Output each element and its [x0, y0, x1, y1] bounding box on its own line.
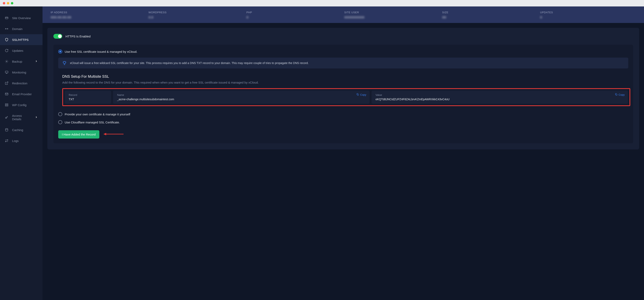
stat-updates: UPDATES X — [540, 11, 636, 19]
https-toggle[interactable] — [54, 34, 62, 39]
https-toggle-row: HTTPS Is Enabled — [54, 34, 633, 39]
copy-label: Copy — [618, 93, 625, 96]
sidebar-item-label: Updates — [12, 49, 23, 52]
sidebar-item-monitoring[interactable]: Monitoring — [0, 67, 42, 78]
dns-table-highlight: Record TXT Copy Name _acme-chall — [62, 88, 630, 106]
svg-point-7 — [6, 128, 8, 129]
stat-value: XXX.XX.XX.XX — [50, 15, 146, 19]
copy-value-button[interactable]: Copy — [615, 93, 625, 96]
stat-label: PHP — [246, 11, 342, 14]
sidebar-item-logs[interactable]: Logs — [0, 135, 42, 146]
info-text: xCloud will issue a free wildcard SSL ce… — [70, 61, 308, 65]
close-window-button[interactable] — [3, 2, 5, 4]
stat-label: SITE USER — [344, 11, 440, 14]
ssl-option-cloudflare[interactable]: Use Cloudflare managed SSL Certificate. — [58, 120, 628, 124]
stat-value: X — [540, 15, 636, 19]
chevron-right-icon — [35, 116, 38, 119]
dns-name-value: _acme-challenge.multisitesubdomaintest.c… — [117, 98, 366, 101]
stat-label: IP ADDRESS — [50, 11, 146, 14]
sidebar-item-redirection[interactable]: Redirection — [0, 78, 42, 89]
svg-marker-11 — [103, 133, 106, 135]
dns-record-cell: Record TXT — [65, 91, 111, 104]
shield-icon — [5, 38, 8, 41]
ssl-panel: HTTPS Is Enabled Use free SSL certificat… — [47, 28, 639, 149]
https-toggle-label: HTTPS Is Enabled — [66, 35, 90, 38]
copy-name-button[interactable]: Copy — [356, 93, 366, 96]
dns-value-cell: Copy Value eKQTd8JNCIdZUPZ4F8ZALbrvKZmEp… — [372, 91, 628, 104]
maximize-window-button[interactable] — [11, 2, 13, 4]
arrow-annotation-icon — [103, 132, 124, 137]
swap-horizontal-icon — [5, 139, 8, 143]
svg-rect-5 — [5, 105, 8, 106]
svg-point-1 — [6, 61, 7, 62]
svg-rect-2 — [5, 71, 8, 73]
ssl-option-free[interactable]: Use free SSL certificate issued & manage… — [58, 49, 628, 53]
dns-name-cell: Copy Name _acme-challenge.multisitesubdo… — [113, 91, 370, 104]
sidebar-item-label: Email Provider — [12, 92, 32, 96]
cache-icon — [5, 128, 8, 132]
stat-site-user: SITE USER XXXXXXXXXX — [344, 11, 440, 19]
radio-label: Use free SSL certificate issued & manage… — [65, 50, 137, 53]
dns-value-value: eKQTd8JNCIdZUPZ4F8ZALbrvKZmEpAWRXkkC43vC… — [376, 98, 624, 101]
stat-php: PHP X — [246, 11, 342, 19]
added-record-button[interactable]: I Have Added the Record — [58, 130, 99, 139]
copy-icon — [356, 93, 359, 96]
mail-icon — [5, 92, 8, 96]
external-link-icon — [5, 81, 8, 85]
stat-ip-address: IP ADDRESS XXX.XX.XX.XX — [50, 11, 146, 19]
stat-label: WORDPRESS — [148, 11, 244, 14]
dns-name-label: Name — [117, 93, 366, 96]
header-stats: IP ADDRESS XXX.XX.XX.XX WORDPRESS X.X PH… — [42, 6, 644, 23]
sidebar-item-label: Monitoring — [12, 71, 26, 74]
swap-icon — [5, 27, 8, 31]
lightbulb-icon — [62, 61, 67, 65]
ssl-options-section: Use free SSL certificate issued & manage… — [54, 45, 633, 143]
stat-value: X.X — [148, 15, 244, 19]
stat-value: XX — [442, 15, 538, 19]
sidebar-item-label: SSL/HTTPS — [12, 38, 28, 41]
chevron-right-icon — [35, 60, 38, 63]
radio-label: Use Cloudflare managed SSL Certificate. — [65, 121, 120, 124]
title-bar — [0, 0, 644, 6]
radio-button[interactable] — [58, 112, 62, 116]
copy-label: Copy — [360, 93, 366, 96]
refresh-icon — [5, 49, 8, 52]
dns-record-value: TXT — [69, 98, 107, 101]
sidebar-item-domain[interactable]: Domain — [0, 23, 42, 34]
sidebar-item-wp-config[interactable]: WP Config — [0, 99, 42, 110]
sidebar-item-access-details[interactable]: Access Details — [0, 110, 42, 124]
monitor-icon — [5, 70, 8, 74]
sidebar-item-backup[interactable]: Backup — [0, 56, 42, 67]
stat-value: X — [246, 15, 342, 19]
sidebar-item-label: Logs — [12, 139, 19, 143]
stat-wordpress: WORDPRESS X.X — [148, 11, 244, 19]
dns-table: Record TXT Copy Name _acme-chall — [65, 91, 628, 104]
sidebar-item-ssl-https[interactable]: SSL/HTTPS — [0, 34, 42, 45]
radio-label: Provide your own certificate & manage it… — [65, 113, 130, 116]
dns-value-label: Value — [376, 93, 624, 96]
radio-button[interactable] — [58, 120, 62, 124]
sidebar-item-label: Domain — [12, 27, 22, 31]
stat-value: XXXXXXXXXX — [344, 15, 440, 19]
minimize-window-button[interactable] — [7, 2, 9, 4]
stat-label: SIZE — [442, 11, 538, 14]
svg-rect-8 — [357, 94, 358, 95]
info-bar: xCloud will issue a free wildcard SSL ce… — [58, 58, 628, 68]
copy-icon — [615, 93, 618, 96]
sidebar-item-updates[interactable]: Updates — [0, 45, 42, 56]
card-icon — [5, 16, 8, 20]
sidebar-item-site-overview[interactable]: Site Overview — [0, 12, 42, 23]
sidebar: Site Overview Domain SSL/HTTPS Updates B — [0, 6, 42, 300]
stat-label: UPDATES — [540, 11, 636, 14]
sidebar-item-email-provider[interactable]: Email Provider — [0, 89, 42, 99]
sidebar-item-label: Access Details — [12, 114, 31, 121]
dns-record-label: Record — [69, 93, 107, 96]
ssl-option-own[interactable]: Provide your own certificate & manage it… — [58, 112, 628, 116]
sidebar-item-label: WP Config — [12, 103, 26, 107]
sidebar-item-caching[interactable]: Caching — [0, 124, 42, 135]
gear-icon — [5, 60, 8, 63]
radio-dot-icon — [59, 50, 61, 52]
dns-subtext: Add the following record to the DNS for … — [62, 81, 628, 84]
radio-button[interactable] — [58, 49, 62, 53]
sidebar-item-label: Site Overview — [12, 16, 31, 20]
